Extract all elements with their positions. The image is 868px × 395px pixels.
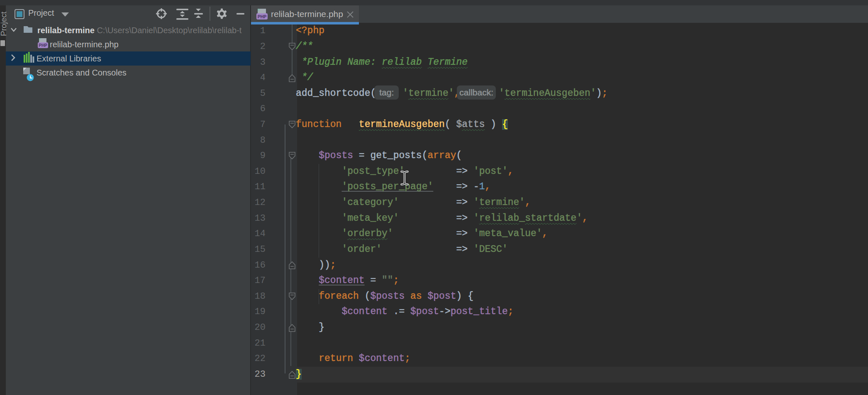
svg-text:PHP: PHP [258,14,267,19]
svg-text:PHP: PHP [39,43,47,48]
